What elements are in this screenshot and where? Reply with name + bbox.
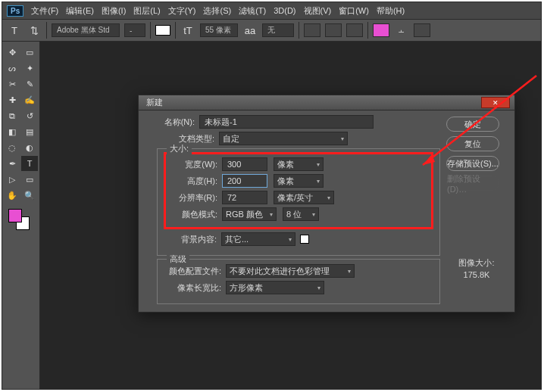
- close-button[interactable]: ✕: [481, 97, 510, 108]
- profile-label: 颜色配置文件:: [164, 266, 226, 277]
- height-input[interactable]: 200: [222, 174, 267, 188]
- eraser-tool[interactable]: ◧: [4, 124, 20, 139]
- type-tool[interactable]: T: [21, 156, 38, 171]
- lasso-tool[interactable]: ᔕ: [4, 61, 20, 76]
- orientation-icon[interactable]: ⇅: [27, 23, 42, 38]
- bitdepth-select[interactable]: 8 位: [283, 207, 319, 221]
- ps-logo: Ps: [7, 5, 23, 17]
- size-icon: tT: [180, 23, 195, 38]
- background-select[interactable]: 其它...: [221, 232, 295, 246]
- color-swatch-white[interactable]: [155, 25, 170, 36]
- blur-tool[interactable]: ◌: [4, 140, 20, 155]
- color-picker[interactable]: [4, 207, 38, 232]
- save-preset-button[interactable]: 存储预设(S)...: [446, 156, 499, 171]
- menubar: Ps 文件(F) 编辑(E) 图像(I) 图层(L) 文字(Y) 选择(S) 滤…: [2, 2, 541, 19]
- font-style-select[interactable]: -: [124, 23, 145, 37]
- height-unit-select[interactable]: 像素: [274, 174, 324, 188]
- colormode-select[interactable]: RGB 颜色: [222, 207, 277, 221]
- foreground-color-swatch[interactable]: [8, 209, 22, 222]
- antialias-icon: aa: [242, 23, 258, 38]
- path-tool[interactable]: ▷: [4, 172, 20, 187]
- background-color-swatch-small[interactable]: [300, 235, 309, 244]
- align-right-button[interactable]: [346, 23, 363, 37]
- character-panel-button[interactable]: [414, 23, 430, 37]
- menu-file[interactable]: 文件(F): [31, 5, 58, 17]
- size-fieldset: 大小: 宽度(W): 300 像素 高度(H): 200 像素: [157, 148, 440, 256]
- marquee-tool[interactable]: ▭: [21, 45, 38, 60]
- text-color-swatch[interactable]: [373, 23, 389, 37]
- advanced-fieldset: 高级 颜色配置文件: 不要对此文档进行色彩管理 像素长宽比: 方形像素: [157, 259, 440, 304]
- menu-type[interactable]: 文字(Y): [168, 5, 196, 17]
- reset-button[interactable]: 复位: [446, 136, 499, 151]
- menu-filter[interactable]: 滤镜(T): [239, 5, 266, 17]
- shape-tool[interactable]: ▭: [21, 172, 38, 187]
- font-family-select[interactable]: Adobe 黑体 Std: [52, 23, 120, 37]
- font-size-select[interactable]: 55 像素: [200, 23, 238, 37]
- move-tool[interactable]: ✥: [4, 45, 20, 60]
- menu-image[interactable]: 图像(I): [102, 5, 126, 17]
- highlight-box: 宽度(W): 300 像素 高度(H): 200 像素 分辨率(R): 72: [164, 152, 433, 229]
- name-input[interactable]: 未标题-1: [199, 115, 374, 129]
- crop-tool[interactable]: ✂: [4, 76, 20, 92]
- resolution-unit-select[interactable]: 像素/英寸: [274, 191, 334, 204]
- gradient-tool[interactable]: ▤: [21, 124, 38, 139]
- image-size-value: 175.8K: [446, 270, 507, 279]
- advanced-legend: 高级: [167, 254, 189, 265]
- resolution-input[interactable]: 72: [222, 191, 267, 204]
- stamp-tool[interactable]: ⧉: [4, 108, 20, 123]
- dialog-title: 新建: [146, 97, 163, 108]
- options-bar: T ⇅ Adobe 黑体 Std - tT 55 像素 aa 无 ⫠: [2, 19, 541, 42]
- menu-select[interactable]: 选择(S): [203, 5, 231, 17]
- heal-tool[interactable]: ✚: [4, 92, 20, 107]
- menu-view[interactable]: 视图(V): [304, 5, 332, 17]
- warp-text-icon[interactable]: ⫠: [394, 23, 409, 38]
- colormode-label: 颜色模式:: [170, 209, 222, 220]
- menu-layer[interactable]: 图层(L): [133, 5, 160, 17]
- type-tool-icon: T: [7, 23, 22, 38]
- width-label: 宽度(W):: [170, 159, 222, 170]
- menu-3d[interactable]: 3D(D): [274, 6, 295, 15]
- align-center-button[interactable]: [325, 23, 342, 37]
- new-document-dialog: 新建 ✕ 名称(N): 未标题-1 文档类型: 自定 大小: 宽度(W): 30…: [138, 95, 515, 313]
- brush-tool[interactable]: ✍: [21, 92, 38, 107]
- ok-button[interactable]: 确定: [446, 117, 499, 132]
- dialog-titlebar[interactable]: 新建 ✕: [139, 95, 514, 110]
- hand-tool[interactable]: ✋: [4, 188, 20, 203]
- menu-help[interactable]: 帮助(H): [377, 5, 405, 17]
- zoom-tool[interactable]: 🔍: [21, 188, 38, 203]
- dodge-tool[interactable]: ◐: [21, 140, 38, 155]
- doctype-select[interactable]: 自定: [219, 132, 348, 145]
- antialias-select[interactable]: 无: [262, 23, 294, 37]
- wand-tool[interactable]: ✦: [21, 61, 38, 76]
- width-input[interactable]: 300: [222, 157, 267, 171]
- aspect-label: 像素长宽比:: [164, 282, 226, 294]
- history-brush-tool[interactable]: ↺: [21, 108, 38, 123]
- menu-window[interactable]: 窗口(W): [339, 5, 369, 17]
- eyedropper-tool[interactable]: ✎: [21, 76, 38, 92]
- name-label: 名称(N):: [146, 117, 199, 128]
- aspect-select[interactable]: 方形像素: [226, 281, 324, 294]
- menu-edit[interactable]: 编辑(E): [66, 5, 94, 17]
- width-unit-select[interactable]: 像素: [274, 157, 324, 171]
- height-label: 高度(H):: [170, 176, 222, 187]
- size-legend: 大小:: [167, 143, 192, 154]
- resolution-label: 分辨率(R):: [170, 192, 222, 204]
- toolbox: ✥▭ ᔕ✦ ✂✎ ✚✍ ⧉↺ ◧▤ ◌◐ ✒T ▷▭ ✋🔍: [2, 42, 40, 389]
- align-left-button[interactable]: [304, 23, 320, 37]
- delete-preset-button: 删除预设(D)…: [446, 176, 499, 191]
- background-label: 背景内容:: [164, 234, 221, 245]
- image-size-label: 图像大小:: [446, 257, 507, 269]
- pen-tool[interactable]: ✒: [4, 156, 20, 171]
- profile-select[interactable]: 不要对此文档进行色彩管理: [226, 264, 355, 278]
